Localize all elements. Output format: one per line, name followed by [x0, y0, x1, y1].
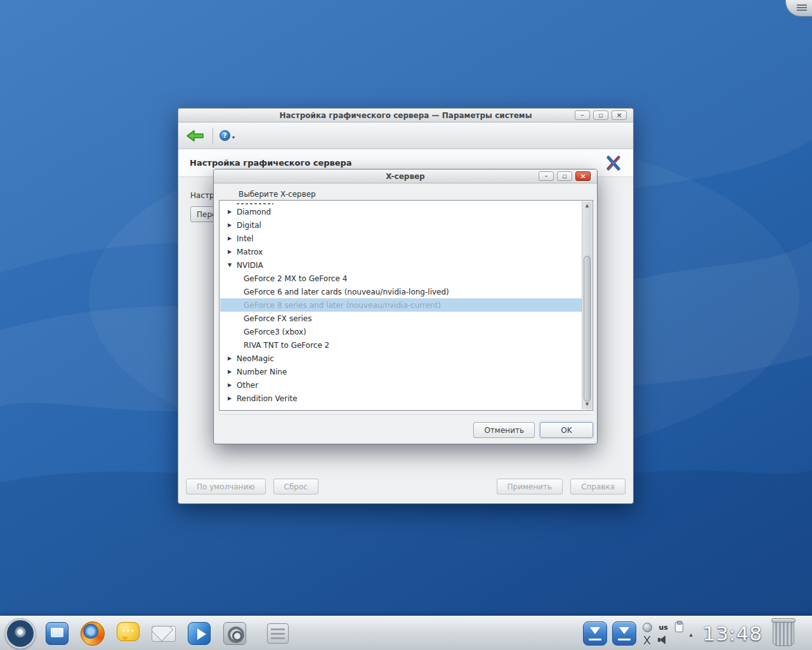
play-icon — [188, 622, 211, 645]
tree-expander-icon[interactable]: ▶ — [228, 223, 237, 228]
reset-button[interactable]: Сброс — [273, 479, 318, 494]
list-item-label: Digital — [237, 221, 261, 230]
list-item[interactable]: ▶ Rendition Verite — [220, 392, 582, 405]
maximize-button[interactable] — [593, 110, 608, 120]
list-item-label: NeoMagic — [237, 354, 274, 363]
list-item[interactable]: GeForce 2 MX to GeForce 4 — [220, 272, 582, 285]
list-item[interactable]: GeForce FX series — [220, 312, 582, 325]
list-item[interactable]: ▶ NeoMagic — [220, 352, 582, 365]
chat-bubble-icon — [117, 622, 140, 641]
clipboard-icon[interactable] — [675, 622, 683, 632]
usb-device-icon[interactable] — [612, 621, 636, 646]
tree-expander-icon[interactable]: ▶ — [228, 383, 237, 388]
dialog-maximize-button[interactable] — [557, 171, 572, 181]
system-tray: us 13:48 — [583, 621, 807, 646]
list-item[interactable]: ▶ Digital — [220, 218, 582, 232]
launcher-media-player[interactable] — [186, 620, 213, 647]
launcher-messaging[interactable] — [115, 620, 141, 647]
toolbar — [178, 123, 633, 149]
list-item[interactable]: ▶ Intel — [220, 232, 582, 245]
dialog-buttons: Отменить OK — [473, 422, 593, 438]
list-item-label: GeForce 6 and later cards (nouveau/nvidi… — [244, 288, 449, 296]
list-rows: ▶ Diamond ▶ Digital ▶ Intel ▶ Matrox ▼ — [220, 201, 582, 409]
dialog-prompt: Выберите X-сервер — [214, 183, 597, 199]
dialog-title: X-сервер — [386, 172, 424, 181]
list-item[interactable]: ▶ Number Nine — [220, 365, 582, 378]
launcher-firefox[interactable] — [79, 620, 106, 647]
minimize-button[interactable] — [575, 110, 590, 120]
keyboard-layout-indicator[interactable]: us — [658, 623, 667, 632]
launcher-file-manager[interactable] — [44, 620, 70, 647]
device-notifier-icon[interactable] — [583, 621, 607, 646]
scroll-down-button[interactable] — [582, 400, 592, 409]
list-item[interactable]: ▶ Diamond — [220, 205, 582, 218]
list-item[interactable]: ▶ Matrox — [220, 245, 582, 258]
list-item-label: GeForce 8 series and later (nouveau/nvid… — [244, 301, 441, 310]
network-icon[interactable] — [643, 623, 652, 632]
settings-window-titlebar[interactable]: Настройка графического сервера — Парамет… — [178, 109, 633, 123]
scrollbar[interactable] — [582, 201, 592, 409]
list-item[interactable]: ▼ NVIDIA — [220, 258, 582, 272]
list-item[interactable]: GeForce3 (xbox) — [220, 325, 582, 338]
list-item[interactable]: GeForce 6 and later cards (nouveau/nvidi… — [220, 285, 582, 298]
tree-collapse-icon[interactable]: ▼ — [228, 263, 237, 268]
back-icon[interactable] — [186, 129, 205, 143]
trash-icon[interactable] — [773, 621, 794, 646]
list-item-label: NVIDIA — [237, 261, 263, 270]
mail-envelope-icon — [152, 626, 176, 642]
cancel-button[interactable]: Отменить — [473, 422, 535, 438]
desktop: Настройка графического сервера — Парамет… — [0, 0, 812, 650]
list-item-label: GeForce FX series — [244, 314, 311, 323]
apply-button[interactable]: Применить — [497, 479, 563, 494]
clock[interactable]: 13:48 — [703, 622, 763, 645]
list-item-selected[interactable]: GeForce 8 series and later (nouveau/nvid… — [220, 298, 582, 312]
firefox-icon — [81, 621, 105, 646]
server-stack-icon — [267, 623, 289, 644]
list-item[interactable]: ▶ Other — [220, 378, 582, 392]
chevron-down-icon — [232, 129, 235, 142]
dialog-separator — [219, 415, 592, 416]
tree-expander-icon[interactable]: ▶ — [228, 369, 237, 375]
launcher-control-center[interactable] — [221, 620, 248, 647]
list-item-label: RIVA TNT to GeForce 2 — [244, 341, 329, 350]
footer-buttons: По умолчанию Сброс Применить Справка — [186, 479, 625, 494]
list-item-label: Diamond — [237, 208, 271, 216]
list-item-label: Matrox — [237, 248, 263, 256]
launcher-system-tool[interactable] — [265, 620, 291, 647]
tree-expander-icon[interactable]: ▶ — [228, 209, 237, 215]
tray-expander-icon[interactable] — [690, 627, 693, 639]
dialog-close-button[interactable] — [575, 171, 591, 181]
panel-toggle-icon — [797, 4, 807, 11]
volume-icon[interactable] — [658, 635, 669, 644]
defaults-button[interactable]: По умолчанию — [186, 479, 266, 494]
dialog-minimize-button[interactable] — [539, 171, 554, 181]
xserver-dialog-titlebar[interactable]: X-сервер — [214, 169, 597, 183]
scissors-icon[interactable] — [643, 636, 652, 644]
xserver-dialog: X-сервер Выберите X-сервер ▶ Diamond ▶ D… — [213, 169, 598, 444]
scroll-up-button[interactable] — [582, 201, 592, 211]
partially-scrolled-item[interactable] — [220, 201, 582, 205]
page-title: Настройка графического сервера — [190, 158, 352, 168]
tree-expander-icon[interactable]: ▶ — [228, 236, 237, 241]
start-menu-button[interactable] — [5, 618, 36, 649]
ok-button[interactable]: OK — [540, 422, 593, 438]
toolbar-separator — [213, 128, 213, 144]
tree-expander-icon[interactable]: ▶ — [228, 396, 237, 401]
gear-icon — [223, 622, 246, 645]
tray-small-icons: us — [643, 622, 683, 644]
list-item-label: Rendition Verite — [237, 394, 298, 403]
list-item[interactable]: RIVA TNT to GeForce 2 — [220, 338, 582, 352]
tree-expander-icon[interactable]: ▶ — [228, 249, 237, 255]
help-footer-button[interactable]: Справка — [570, 479, 625, 494]
scrollbar-thumb[interactable] — [584, 256, 591, 402]
xserver-list: ▶ Diamond ▶ Digital ▶ Intel ▶ Matrox ▼ — [219, 200, 593, 411]
close-button[interactable] — [612, 110, 627, 120]
window-title: Настройка графического сервера — Парамет… — [279, 111, 532, 120]
list-item-label: Other — [237, 381, 258, 390]
help-button[interactable] — [219, 129, 235, 142]
launcher-mail[interactable] — [150, 620, 177, 647]
tree-expander-icon[interactable]: ▶ — [228, 356, 237, 361]
list-item-label: Number Nine — [237, 368, 287, 376]
taskbar: us 13:48 — [0, 616, 812, 650]
list-item-label: GeForce 2 MX to GeForce 4 — [244, 274, 347, 283]
